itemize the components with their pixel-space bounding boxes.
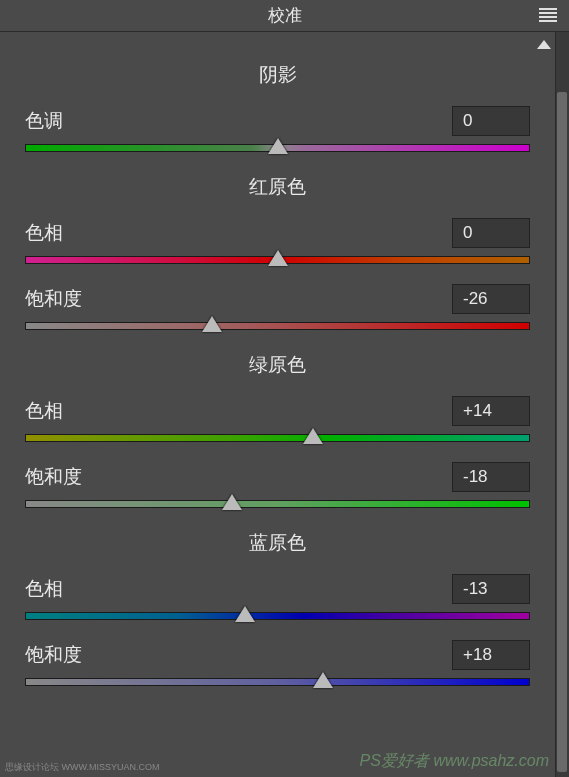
slider-thumb[interactable] bbox=[222, 494, 242, 510]
slider-green-sat[interactable] bbox=[25, 500, 530, 508]
slider-thumb[interactable] bbox=[235, 606, 255, 622]
slider-thumb[interactable] bbox=[202, 316, 222, 332]
scrollbar-thumb[interactable] bbox=[557, 92, 567, 772]
slider-shadow-tint[interactable] bbox=[25, 144, 530, 152]
slider-blue-sat[interactable] bbox=[25, 678, 530, 686]
slider-red-sat[interactable] bbox=[25, 322, 530, 330]
section-blue: 蓝原色 色相 -13 饱和度 +18 bbox=[25, 530, 530, 686]
slider-row-shadow-tint: 色调 0 bbox=[25, 106, 530, 152]
section-title-red: 红原色 bbox=[25, 174, 530, 200]
slider-row-red-hue: 色相 0 bbox=[25, 218, 530, 264]
value-shadow-tint[interactable]: 0 bbox=[452, 106, 530, 136]
value-red-sat[interactable]: -26 bbox=[452, 284, 530, 314]
slider-thumb[interactable] bbox=[303, 428, 323, 444]
hamburger-menu-icon[interactable] bbox=[539, 8, 557, 22]
slider-red-hue[interactable] bbox=[25, 256, 530, 264]
label-shadow-tint: 色调 bbox=[25, 108, 63, 134]
section-title-blue: 蓝原色 bbox=[25, 530, 530, 556]
slider-green-hue[interactable] bbox=[25, 434, 530, 442]
label-red-sat: 饱和度 bbox=[25, 286, 82, 312]
collapse-chevron-icon[interactable] bbox=[537, 40, 551, 49]
calibration-panel: 阴影 色调 0 红原色 色相 0 饱和度 -26 bbox=[0, 32, 555, 718]
label-green-sat: 饱和度 bbox=[25, 464, 82, 490]
slider-row-blue-sat: 饱和度 +18 bbox=[25, 640, 530, 686]
watermark-right: PS爱好者 www.psahz.com bbox=[360, 751, 549, 772]
value-green-sat[interactable]: -18 bbox=[452, 462, 530, 492]
value-red-hue[interactable]: 0 bbox=[452, 218, 530, 248]
slider-thumb[interactable] bbox=[268, 250, 288, 266]
section-green: 绿原色 色相 +14 饱和度 -18 bbox=[25, 352, 530, 508]
value-blue-sat[interactable]: +18 bbox=[452, 640, 530, 670]
section-title-shadows: 阴影 bbox=[25, 62, 530, 88]
slider-row-red-sat: 饱和度 -26 bbox=[25, 284, 530, 330]
slider-row-green-sat: 饱和度 -18 bbox=[25, 462, 530, 508]
watermark-left: 思缘设计论坛 WWW.MISSYUAN.COM bbox=[5, 761, 160, 774]
slider-thumb[interactable] bbox=[313, 672, 333, 688]
section-red: 红原色 色相 0 饱和度 -26 bbox=[25, 174, 530, 330]
label-green-hue: 色相 bbox=[25, 398, 63, 424]
section-title-green: 绿原色 bbox=[25, 352, 530, 378]
scrollbar-track[interactable] bbox=[555, 32, 569, 777]
label-red-hue: 色相 bbox=[25, 220, 63, 246]
slider-blue-hue[interactable] bbox=[25, 612, 530, 620]
section-shadows: 阴影 色调 0 bbox=[25, 62, 530, 152]
value-green-hue[interactable]: +14 bbox=[452, 396, 530, 426]
panel-title: 校准 bbox=[268, 4, 302, 27]
value-blue-hue[interactable]: -13 bbox=[452, 574, 530, 604]
panel-header: 校准 bbox=[0, 0, 569, 32]
label-blue-hue: 色相 bbox=[25, 576, 63, 602]
slider-row-blue-hue: 色相 -13 bbox=[25, 574, 530, 620]
slider-row-green-hue: 色相 +14 bbox=[25, 396, 530, 442]
label-blue-sat: 饱和度 bbox=[25, 642, 82, 668]
slider-thumb[interactable] bbox=[268, 138, 288, 154]
